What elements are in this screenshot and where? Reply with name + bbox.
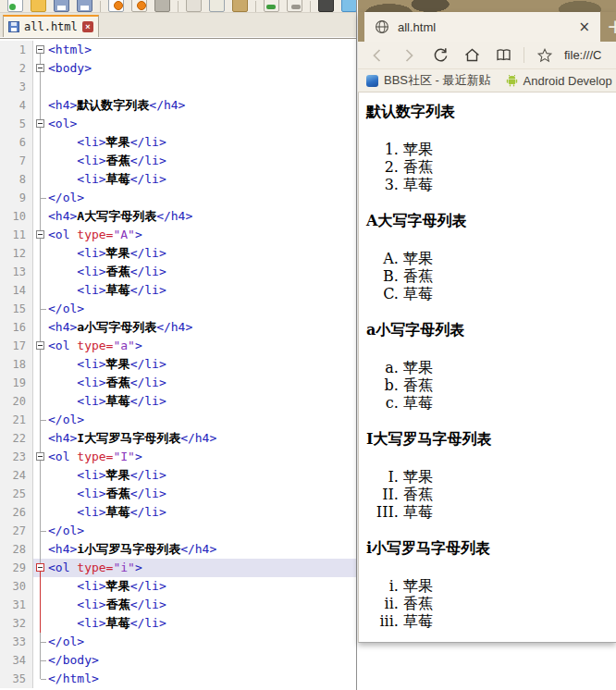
code-line[interactable]: 3 (0, 78, 356, 96)
line-body: <li>香蕉</li> (33, 596, 356, 614)
code-line[interactable]: 16<h4>a小写字母列表</h4> (0, 318, 356, 337)
code-line[interactable]: 31 <li>香蕉</li> (0, 596, 356, 614)
back-button[interactable] (362, 43, 393, 68)
list-item: 草莓 (403, 176, 609, 193)
list-item: 草莓 (403, 394, 609, 412)
fold-marker (33, 244, 48, 263)
editor-tab-all-html[interactable]: all.html × (3, 15, 99, 37)
browser-view-icon[interactable] (341, 0, 356, 12)
code-line[interactable]: 34</body> (0, 651, 356, 670)
fold-marker[interactable] (33, 59, 48, 78)
code-line[interactable]: 23<ol type="I"> (0, 448, 356, 466)
code-line[interactable]: 4<h4>默认数字列表</h4> (0, 96, 356, 115)
code-line[interactable]: 10<h4>A大写字母列表</h4> (0, 207, 356, 226)
code-line[interactable]: 8 <li>草莓</li> (0, 170, 356, 189)
code-line[interactable]: 5<ol> (0, 115, 356, 133)
refresh-button[interactable] (425, 43, 456, 68)
rendered-page: 默认数字列表苹果香蕉草莓A大写字母列表苹果香蕉草莓a小写字母列表苹果香蕉草莓I大… (359, 92, 616, 643)
find-icon[interactable] (318, 0, 334, 12)
code-line[interactable]: 9</ol> (0, 189, 356, 207)
redo-icon[interactable] (287, 0, 302, 12)
code-line[interactable]: 27</ol> (0, 522, 356, 540)
fold-marker[interactable] (33, 337, 48, 355)
browser-tab-close-icon[interactable]: × (578, 19, 590, 34)
code-line[interactable]: 21</ol> (0, 411, 356, 429)
code-line[interactable]: 25 <li>香蕉</li> (0, 485, 356, 503)
code-line[interactable]: 28<h4>i小写罗马字母列表</h4> (0, 540, 356, 559)
code-line[interactable]: 33</ol> (0, 633, 356, 651)
code-text: <li>香蕉</li> (48, 263, 166, 281)
list-item: 草莓 (403, 612, 609, 630)
code-line[interactable]: 20 <li>草莓</li> (0, 392, 356, 411)
code-line[interactable]: 17<ol type="a"> (0, 337, 356, 355)
save-icon[interactable] (54, 0, 69, 12)
code-line[interactable]: 12 <li>苹果</li> (0, 244, 356, 263)
edge-window: all.html × + file: (358, 12, 616, 643)
line-number: 22 (0, 429, 33, 448)
print-preview-icon[interactable] (108, 0, 124, 12)
code-line[interactable]: 1<html> (0, 41, 356, 59)
cut-icon[interactable] (186, 0, 202, 12)
copy-icon[interactable] (209, 0, 225, 12)
browser-refresh-icon[interactable] (131, 0, 147, 12)
new-tab-button[interactable]: + (607, 14, 616, 40)
undo-icon[interactable] (264, 0, 279, 12)
code-line[interactable]: 15</ol> (0, 300, 356, 318)
save-all-icon[interactable] (77, 0, 92, 12)
favorite-star-icon[interactable] (529, 43, 561, 68)
browser-tab-title: all.html (398, 20, 570, 34)
editor-tab-close-icon[interactable]: × (82, 21, 93, 32)
new-file-icon[interactable] (7, 0, 23, 12)
code-line[interactable]: 26 <li>草莓</li> (0, 503, 356, 522)
reading-list-icon[interactable] (487, 43, 519, 68)
code-line[interactable]: 18 <li>苹果</li> (0, 355, 356, 374)
code-line[interactable]: 19 <li>香蕉</li> (0, 374, 356, 392)
fold-marker[interactable] (33, 41, 48, 59)
fold-marker (33, 670, 48, 688)
code-line[interactable]: 7 <li>香蕉</li> (0, 152, 356, 170)
fold-marker (33, 577, 48, 596)
code-line[interactable]: 14 <li>草莓</li> (0, 281, 356, 300)
code-line[interactable]: 22<h4>I大写罗马字母列表</h4> (0, 429, 356, 448)
line-number: 12 (0, 244, 33, 263)
line-body: <h4>A大写字母列表</h4> (33, 207, 356, 226)
code-line[interactable]: 11<ol type="A"> (0, 226, 356, 244)
line-number: 15 (0, 300, 33, 318)
code-text: <li>草莓</li> (48, 392, 166, 411)
list-item: 苹果 (403, 468, 609, 486)
paste-icon[interactable] (232, 0, 248, 12)
bookmark-item[interactable]: Android Develop (506, 74, 612, 88)
code-line[interactable]: 6 <li>苹果</li> (0, 133, 356, 152)
fold-marker[interactable] (33, 448, 48, 466)
fold-marker[interactable] (33, 226, 48, 244)
address-bar-url[interactable]: file:///C (561, 48, 601, 62)
line-number: 9 (0, 189, 33, 207)
code-line[interactable]: 30 <li>苹果</li> (0, 577, 356, 596)
code-text: <li>香蕉</li> (48, 152, 166, 170)
list-item: 草莓 (403, 503, 609, 521)
home-button[interactable] (456, 43, 487, 68)
line-body: <h4>I大写罗马字母列表</h4> (33, 429, 356, 448)
code-text: <li>草莓</li> (48, 281, 166, 300)
line-body: <li>苹果</li> (33, 133, 356, 152)
line-number: 19 (0, 374, 33, 392)
fold-marker (33, 429, 48, 448)
code-line[interactable]: 32 <li>草莓</li> (0, 614, 356, 633)
code-line[interactable]: 24 <li>苹果</li> (0, 466, 356, 485)
print-icon[interactable] (154, 0, 170, 12)
fold-marker[interactable] (33, 115, 48, 133)
fold-marker (33, 596, 48, 614)
line-number: 5 (0, 115, 33, 133)
code-line[interactable]: 29<ol type="i"> (0, 559, 356, 577)
code-text: <ol type="A"> (48, 226, 142, 244)
code-line[interactable]: 2<body> (0, 59, 356, 78)
open-icon[interactable] (31, 0, 46, 12)
code-line[interactable]: 13 <li>香蕉</li> (0, 263, 356, 281)
bookmark-item[interactable]: BBS社区 - 最近新贴 (366, 72, 491, 89)
code-area[interactable]: 1<html>2<body>34<h4>默认数字列表</h4>5<ol>6 <l… (0, 38, 356, 690)
browser-tab-all-html[interactable]: all.html × (364, 12, 600, 42)
forward-button[interactable] (393, 43, 425, 68)
code-line[interactable]: 35</html> (0, 670, 356, 688)
fold-marker[interactable] (33, 559, 48, 577)
list-item: 苹果 (403, 141, 609, 158)
